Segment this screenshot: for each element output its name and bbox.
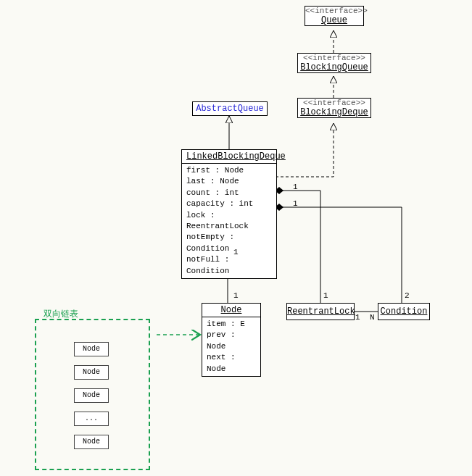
- list-item: Node: [74, 365, 109, 380]
- class-name: AbstractQueue: [193, 104, 267, 114]
- class-name: Queue: [305, 15, 363, 25]
- class-queue: <<interface>> Queue: [305, 6, 364, 26]
- attr: capacity : int: [186, 199, 272, 209]
- multiplicity: 1: [293, 199, 298, 208]
- list-item: Node: [74, 388, 109, 403]
- class-reentrant-lock: ReentrantLock: [286, 303, 355, 320]
- attributes: item : E prev : Node next : Node: [202, 317, 260, 376]
- class-linked-blocking-deque: LinkedBlockingDeque first : Node last : …: [181, 149, 277, 279]
- class-name: Condition: [378, 306, 429, 317]
- linked-list-box: Node Node Node ... Node: [35, 319, 150, 470]
- class-name: Node: [202, 304, 260, 317]
- multiplicity: 1: [233, 248, 239, 256]
- stereotype: <<interface>>: [298, 99, 370, 107]
- class-name: BlockingDeque: [298, 107, 370, 117]
- multiplicity: 1: [233, 291, 239, 300]
- class-name: LinkedBlockingDeque: [182, 150, 276, 164]
- stereotype: <<interface>>: [305, 7, 363, 15]
- list-item: Node: [74, 342, 109, 356]
- attributes: first : Node last : Node count : int cap…: [182, 164, 276, 278]
- class-abstract-queue: AbstractQueue: [192, 101, 268, 116]
- attr: count : int: [186, 188, 272, 199]
- attr: prev : Node: [207, 330, 256, 352]
- uml-diagram: <<interface>> Queue <<interface>> Blocki…: [0, 0, 472, 476]
- attr: lock : ReentrantLock: [186, 210, 272, 233]
- list-item: Node: [74, 435, 109, 449]
- multiplicity: 1: [355, 313, 360, 322]
- stereotype: <<interface>>: [298, 54, 370, 62]
- attr: last : Node: [186, 176, 272, 187]
- class-blocking-deque: <<interface>> BlockingDeque: [297, 98, 371, 118]
- multiplicity: 1: [293, 183, 298, 191]
- class-blocking-queue: <<interface>> BlockingQueue: [297, 53, 371, 73]
- attr: item : E: [207, 319, 256, 330]
- multiplicity: 1: [323, 291, 328, 300]
- multiplicity: N: [370, 313, 375, 322]
- list-item: ...: [74, 412, 109, 426]
- attr: notEmpty : Condition: [186, 232, 272, 254]
- class-condition: Condition: [378, 303, 430, 320]
- class-name: ReentrantLock: [287, 306, 354, 317]
- attr: first : Node: [186, 165, 272, 176]
- attr: notFull : Condition: [186, 254, 272, 277]
- class-node: Node item : E prev : Node next : Node: [202, 303, 261, 377]
- attr: next : Node: [207, 352, 256, 375]
- class-name: BlockingQueue: [298, 62, 370, 72]
- multiplicity: 2: [405, 291, 410, 300]
